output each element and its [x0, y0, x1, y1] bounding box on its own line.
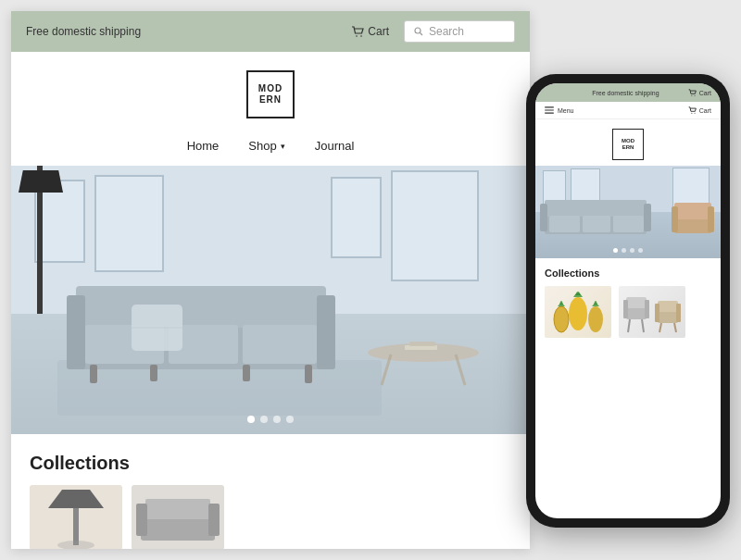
search-placeholder: Search	[429, 25, 464, 38]
svg-rect-13	[90, 365, 97, 383]
announcement-text: Free domestic shipping	[26, 25, 141, 38]
logo[interactable]: MODERN	[246, 70, 295, 118]
phone-announcement: Free domestic shipping	[592, 90, 659, 96]
svg-point-0	[357, 35, 358, 37]
hero-section	[11, 166, 530, 434]
svg-point-34	[691, 113, 692, 114]
svg-rect-44	[674, 203, 711, 219]
chevron-down-icon: ▾	[281, 142, 285, 151]
svg-rect-52	[626, 297, 647, 308]
dot-4[interactable]	[286, 416, 294, 423]
nav-shop-label: Shop	[248, 139, 276, 153]
svg-line-55	[628, 319, 630, 332]
phone-top-bar: Free domestic shipping Cart	[535, 83, 721, 102]
svg-rect-46	[708, 206, 714, 232]
svg-rect-25	[141, 517, 215, 541]
sofa-illustration	[57, 249, 345, 388]
svg-point-50	[588, 306, 603, 332]
cart-icon	[351, 26, 364, 37]
lamp-shade-decoration	[19, 170, 63, 193]
cart-label: Cart	[368, 25, 389, 38]
svg-line-61	[659, 323, 661, 332]
svg-point-29	[691, 95, 692, 96]
svg-rect-7	[317, 295, 335, 369]
collections-section: Collections	[11, 434, 530, 549]
svg-rect-45	[672, 206, 678, 232]
svg-rect-40	[549, 216, 580, 232]
svg-rect-6	[67, 295, 85, 369]
search-box[interactable]: Search	[404, 20, 515, 43]
svg-line-3	[421, 33, 423, 36]
phone-chair	[670, 193, 716, 244]
svg-rect-21	[409, 342, 435, 346]
svg-rect-57	[658, 310, 678, 323]
svg-rect-58	[658, 301, 678, 312]
phone-cart-menu-label: Cart	[699, 107, 711, 114]
svg-rect-28	[208, 504, 220, 536]
phone-logo-text: MODERN	[622, 138, 634, 151]
phone-menu-label: Menu	[558, 107, 574, 114]
logo-text: MODERN	[258, 83, 283, 106]
top-bar-right: Cart Search	[351, 20, 515, 43]
phone-cart-icon	[688, 89, 697, 96]
svg-rect-14	[305, 365, 312, 383]
nav-item-journal[interactable]: Journal	[315, 139, 355, 153]
svg-rect-59	[655, 304, 659, 322]
site-header: MODERN	[11, 52, 530, 128]
phone-sofa	[540, 191, 651, 242]
nav-journal-label: Journal	[315, 139, 355, 153]
collection-preview	[30, 485, 511, 549]
phone-collection-item-1[interactable]	[545, 286, 611, 338]
svg-rect-42	[613, 216, 644, 232]
svg-line-62	[674, 323, 676, 332]
hamburger-icon	[545, 106, 554, 114]
svg-rect-60	[676, 304, 681, 322]
phone-dot-4[interactable]	[638, 248, 643, 253]
phone-collection-item-2[interactable]	[619, 286, 685, 338]
svg-rect-27	[136, 504, 147, 536]
svg-rect-15	[150, 365, 157, 381]
svg-point-2	[415, 28, 421, 33]
svg-point-1	[361, 35, 363, 37]
collections-title: Collections	[30, 453, 511, 474]
phone-mockup: Free domestic shipping Cart Menu	[526, 74, 730, 528]
main-nav: Home Shop ▾ Journal	[11, 128, 530, 166]
phone-collection-grid	[545, 286, 711, 338]
svg-rect-38	[540, 204, 547, 231]
svg-point-49	[569, 297, 587, 330]
svg-rect-37	[545, 200, 647, 217]
coffee-table	[363, 334, 484, 390]
search-icon	[414, 27, 423, 36]
svg-rect-39	[644, 204, 651, 231]
phone-collections-title: Collections	[545, 268, 711, 279]
phone-dot-1[interactable]	[613, 248, 618, 253]
svg-point-35	[694, 113, 695, 114]
nav-item-shop[interactable]: Shop ▾	[248, 139, 284, 153]
svg-line-56	[642, 319, 644, 332]
nav-item-home[interactable]: Home	[187, 139, 220, 153]
dot-2[interactable]	[260, 416, 268, 423]
cart-link[interactable]: Cart	[351, 25, 389, 38]
svg-rect-26	[145, 499, 210, 519]
phone-dot-3[interactable]	[630, 248, 634, 253]
phone-collections: Collections	[535, 258, 721, 343]
dot-3[interactable]	[273, 416, 281, 423]
phone-menu-right[interactable]: Cart	[688, 106, 711, 114]
svg-point-30	[694, 95, 695, 96]
svg-rect-53	[623, 300, 628, 318]
phone-dot-2[interactable]	[622, 248, 626, 253]
svg-rect-10	[243, 325, 317, 364]
svg-marker-23	[48, 490, 104, 508]
phone-menu-bar: Menu Cart	[535, 102, 721, 119]
phone-carousel-dots	[613, 248, 643, 253]
phone-screen: Free domestic shipping Cart Menu	[535, 83, 721, 518]
nav-home-label: Home	[187, 139, 220, 153]
svg-rect-41	[583, 216, 610, 232]
svg-rect-51	[626, 306, 647, 319]
site-card: Free domestic shipping Cart Search	[11, 11, 530, 549]
phone-menu-left[interactable]: Menu	[545, 106, 574, 114]
phone-cart-label: Cart	[699, 90, 711, 96]
dot-1[interactable]	[247, 416, 255, 423]
phone-logo[interactable]: MODERN	[612, 129, 644, 160]
svg-rect-16	[243, 365, 250, 381]
